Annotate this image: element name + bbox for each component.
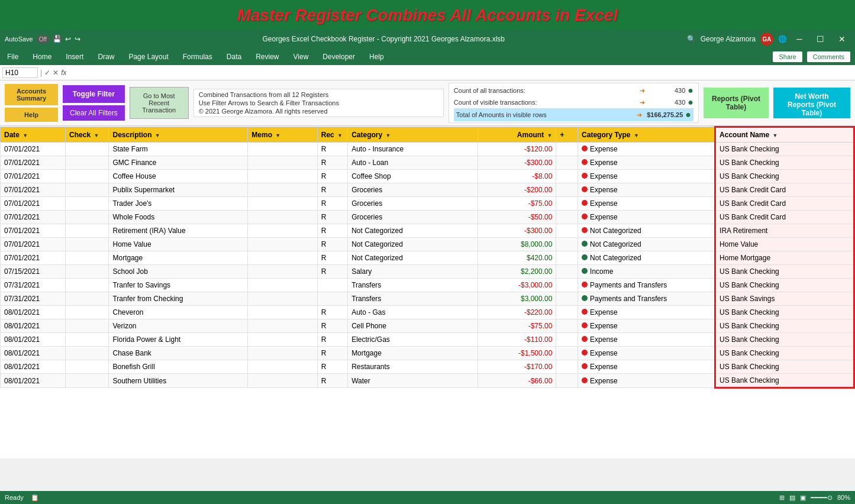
check-icon[interactable]: ✓ [44, 69, 50, 77]
cell-amount: -$1,500.00 [478, 347, 556, 360]
cell-account-name: Home Value [715, 238, 854, 251]
cell-category: Coffee Shop [348, 170, 478, 183]
clear-filters-button[interactable]: Clear All Filters [63, 105, 125, 121]
formula-input[interactable] [66, 69, 853, 77]
excel-titlebar: AutoSave Off 💾 ↩ ↪ Georges Excel Checkbo… [0, 30, 855, 49]
header-description[interactable]: Description ▼ [109, 127, 248, 143]
table-row: 07/01/2021 Coffee House R Coffee Shop -$… [1, 170, 854, 183]
save-icon[interactable]: 💾 [53, 35, 62, 43]
autosave-label: AutoSave [5, 35, 33, 43]
cell-account-name: US Bank Checking [715, 265, 854, 279]
cell-plus [556, 211, 578, 224]
header-category[interactable]: Category ▼ [348, 127, 478, 143]
tab-developer[interactable]: Developer [320, 51, 357, 62]
cell-description: Home Value [109, 238, 248, 251]
cancel-icon[interactable]: ✕ [53, 69, 59, 77]
header-account-name[interactable]: Account Name ▼ [715, 127, 854, 143]
header-category-type[interactable]: Category Type ▼ [578, 127, 715, 143]
cell-category: Auto - Insurance [348, 143, 478, 156]
titlebar-left: AutoSave Off 💾 ↩ ↪ [5, 35, 80, 43]
cell-plus [556, 183, 578, 197]
table-header-row: Date ▼ Check ▼ Description ▼ Memo ▼ Rec … [1, 127, 854, 143]
cell-rec: R [317, 183, 347, 197]
cell-category-type: Expense [578, 143, 715, 156]
tab-draw[interactable]: Draw [95, 51, 117, 62]
formula-divider: | [40, 69, 42, 77]
table-row: 07/01/2021 Retirement (IRA) Value R Not … [1, 224, 854, 238]
tab-data[interactable]: Data [224, 51, 244, 62]
go-recent-button[interactable]: Go to Most Recent Transaction [130, 87, 189, 119]
tab-review[interactable]: Review [253, 51, 281, 62]
tab-home[interactable]: Home [30, 51, 54, 62]
restore-button[interactable]: ☐ [812, 34, 829, 44]
comments-button[interactable]: Comments [807, 51, 850, 62]
tab-insert[interactable]: Insert [63, 51, 86, 62]
minimize-button[interactable]: ─ [792, 34, 807, 44]
cell-amount: -$300.00 [478, 224, 556, 238]
tab-page-layout[interactable]: Page Layout [126, 51, 170, 62]
cell-check [66, 265, 109, 279]
cell-memo [248, 279, 317, 292]
header-plus[interactable]: + [556, 127, 578, 143]
cell-category: Auto - Loan [348, 156, 478, 170]
total-value: $166,275.25 [647, 111, 683, 118]
info-row-1: Combined Transactions from all 12 Regist… [199, 91, 438, 99]
help-button[interactable]: Help [5, 108, 58, 122]
table-row: 07/01/2021 State Farm R Auto - Insurance… [1, 143, 854, 156]
toggle-filter-button[interactable]: Toggle Filter [63, 85, 125, 103]
cell-plus [556, 319, 578, 333]
table-row: 07/01/2021 Trader Joe's R Groceries -$75… [1, 197, 854, 211]
cell-category-type: Income [578, 265, 715, 279]
cell-category: Not Categorized [348, 251, 478, 265]
cell-check [66, 292, 109, 306]
cell-category-type: Expense [578, 347, 715, 360]
cell-account-name: IRA Retirement [715, 224, 854, 238]
cell-memo [248, 306, 317, 319]
reports-button[interactable]: Reports (Pivot Table) [704, 88, 769, 118]
stats-box: Count of all transactions: ➜ 430 ● Count… [449, 83, 699, 123]
close-button[interactable]: ✕ [834, 34, 850, 44]
cell-check [66, 347, 109, 360]
accounts-summary-button[interactable]: Accounts Summary [5, 84, 58, 105]
count-visible-label: Count of visible transactions: [454, 99, 635, 106]
cell-category: Transfers [348, 292, 478, 306]
search-icon[interactable]: 🔍 [687, 35, 696, 43]
autosave-toggle[interactable]: Off [37, 35, 49, 43]
user-name: George Alzamora [701, 35, 756, 43]
header-memo[interactable]: Memo ▼ [248, 127, 317, 143]
titlebar-filename: Georges Excel Checkbook Register - Copyr… [80, 35, 687, 43]
cell-rec: R [317, 156, 347, 170]
header-check[interactable]: Check ▼ [66, 127, 109, 143]
cell-account-name: US Bank Credit Card [715, 183, 854, 197]
share-button[interactable]: Share [773, 51, 802, 62]
networth-button[interactable]: Net Worth Reports (Pivot Table) [773, 88, 850, 118]
table-row: 07/01/2021 GMC Finance R Auto - Loan -$3… [1, 156, 854, 170]
tab-file[interactable]: File [5, 51, 21, 62]
cell-date: 07/31/2021 [1, 279, 66, 292]
cell-description: Southern Utilities [109, 374, 248, 388]
cell-check [66, 211, 109, 224]
table-container: Date ▼ Check ▼ Description ▼ Memo ▼ Rec … [0, 126, 855, 458]
cell-description: School Job [109, 265, 248, 279]
cell-category: Mortgage [348, 347, 478, 360]
cell-account-name: Home Mortgage [715, 251, 854, 265]
table-row: 07/01/2021 Home Value R Not Categorized … [1, 238, 854, 251]
header-amount[interactable]: Amount ▼ [478, 127, 556, 143]
cell-reference[interactable] [2, 67, 38, 78]
tab-view[interactable]: View [291, 51, 311, 62]
cell-category: Groceries [348, 183, 478, 197]
cell-memo [248, 183, 317, 197]
info-combined: Combined Transactions from all 12 Regist… [199, 91, 438, 98]
header-date[interactable]: Date ▼ [1, 127, 66, 143]
undo-icon[interactable]: ↩ [65, 35, 71, 43]
cell-check [66, 238, 109, 251]
cell-amount: -$220.00 [478, 306, 556, 319]
cell-plus [556, 306, 578, 319]
tab-help[interactable]: Help [367, 51, 386, 62]
header-rec[interactable]: Rec ▼ [317, 127, 347, 143]
cell-memo [248, 156, 317, 170]
info-row-3: © 2021 George Alzamora. All rights reser… [199, 107, 438, 115]
redo-icon[interactable]: ↪ [75, 35, 80, 43]
tab-formulas[interactable]: Formulas [180, 51, 215, 62]
cell-plus [556, 251, 578, 265]
